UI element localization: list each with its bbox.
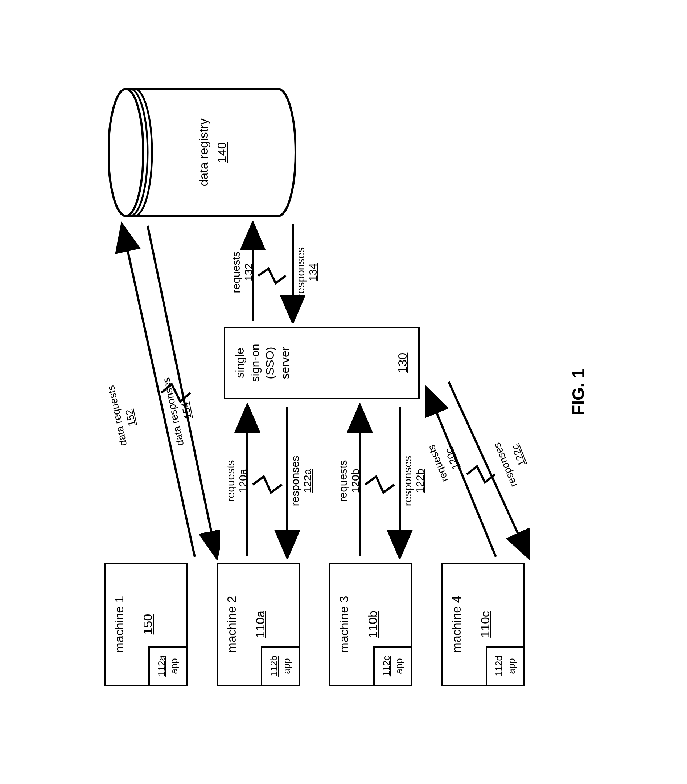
machine-4-app: 112d app: [486, 646, 525, 686]
text-134: responses: [294, 247, 306, 297]
num-122a: 122a: [301, 469, 313, 493]
num-120a: 120a: [237, 469, 249, 493]
machine-1-app: 112a app: [148, 646, 187, 686]
label-120a: requests 120a: [225, 403, 249, 559]
figure-caption: FIG. 1: [569, 369, 588, 415]
machine-3-app-label: app: [394, 658, 405, 674]
sso-label: single sign-on (SSO) server: [232, 328, 293, 398]
label-134: responses 134: [294, 221, 319, 323]
machine-1-app-label: app: [169, 658, 180, 674]
machine-2-app: 112b app: [261, 646, 300, 686]
machine-3-box: machine 3 110b 112c app: [329, 563, 413, 686]
sso-line2: sign-on: [248, 344, 261, 382]
sso-line3: (SSO): [263, 347, 276, 379]
text-120a: requests: [225, 460, 237, 502]
label-120b: requests 120b: [337, 403, 362, 559]
machine-3-app-ref: 112c: [381, 656, 392, 676]
num-134: 134: [307, 263, 319, 281]
num-120b: 120b: [349, 469, 361, 493]
machine-1-app-ref: 112a: [156, 656, 167, 677]
machine-4-app-label: app: [506, 658, 517, 674]
machine-1-box: machine 1 150 112a app: [104, 563, 187, 686]
num-132: 132: [242, 263, 254, 281]
svg-point-0: [108, 89, 143, 216]
text-122b: responses: [401, 456, 414, 506]
machine-4-box: machine 4 110c 112d app: [441, 563, 525, 686]
label-122a: responses 122a: [289, 403, 314, 559]
label-132: requests 132: [230, 221, 255, 323]
registry-ref: 140: [215, 87, 229, 218]
registry-label: data registry: [197, 87, 211, 218]
machine-4-title: machine 4: [449, 564, 463, 685]
machine-2-app-label: app: [281, 658, 293, 674]
machine-3-app: 112c app: [373, 646, 413, 686]
arrows-120a-122a: requests 120a responses 122a: [227, 403, 304, 559]
diagram-stage: machine 1 150 112a app machine 2 110a 11…: [90, 84, 597, 700]
arrows-120b-122b: requests 120b responses 122b: [340, 403, 416, 559]
sso-line4: server: [279, 347, 292, 379]
arrows-132-134: requests 132 responses 134: [233, 221, 309, 323]
machine-1-title: machine 1: [112, 564, 126, 685]
machine-2-title: machine 2: [225, 564, 239, 685]
text-120b: requests: [337, 460, 349, 502]
text-122a: responses: [289, 456, 301, 506]
machine-3-title: machine 3: [337, 564, 351, 685]
machine-2-box: machine 2 110a 112b app: [217, 563, 300, 686]
sso-line1: single: [233, 348, 246, 378]
sso-server-box: single sign-on (SSO) server 130: [224, 327, 420, 399]
sso-ref: 130: [395, 328, 409, 398]
text-132: requests: [230, 251, 242, 293]
data-registry: data registry 140: [108, 87, 296, 218]
machine-2-app-ref: 112b: [268, 656, 279, 677]
machine-4-app-ref: 112d: [493, 656, 505, 677]
